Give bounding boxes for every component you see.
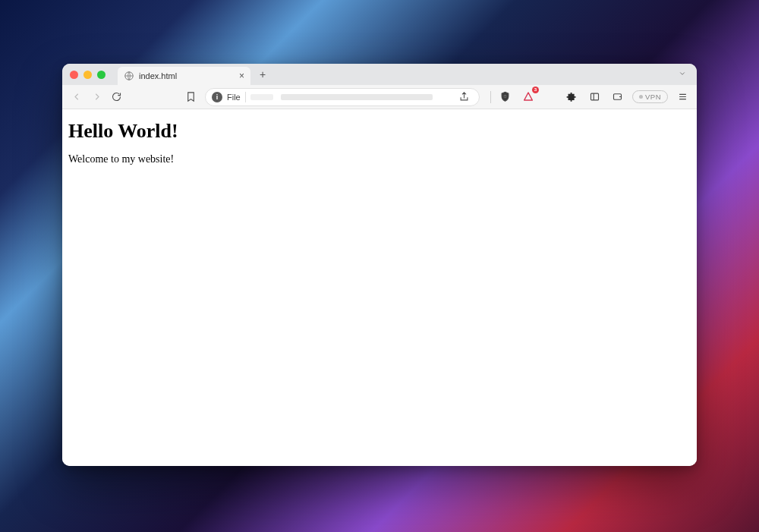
- svg-point-2: [505, 96, 506, 97]
- address-bar[interactable]: i File: [205, 88, 480, 106]
- brave-rewards-icon[interactable]: 3: [520, 89, 537, 105]
- app-menu-button[interactable]: [674, 89, 691, 105]
- rewards-badge: 3: [532, 87, 539, 93]
- browser-tab[interactable]: index.html ×: [118, 67, 250, 85]
- toolbar-divider: [490, 91, 491, 103]
- window-maximize-button[interactable]: [97, 71, 106, 79]
- page-heading: Hello World!: [68, 120, 691, 143]
- window-minimize-button[interactable]: [83, 71, 92, 79]
- url-text-redacted: [250, 94, 273, 100]
- window-close-button[interactable]: [70, 71, 78, 79]
- url-scheme-label: File: [227, 93, 241, 102]
- window-controls: [70, 71, 106, 79]
- brave-shields-icon[interactable]: [497, 89, 514, 105]
- tab-strip: index.html × +: [62, 64, 697, 85]
- browser-window: index.html × + i File: [62, 64, 697, 466]
- vpn-label: VPN: [645, 93, 661, 101]
- tab-close-button[interactable]: ×: [239, 71, 244, 80]
- back-button[interactable]: [68, 89, 85, 105]
- address-divider: [245, 92, 246, 102]
- wallet-button[interactable]: [609, 89, 626, 105]
- tabs-overflow-button[interactable]: [674, 69, 691, 80]
- toolbar-right: 3 VPN: [490, 89, 691, 105]
- share-button[interactable]: [456, 89, 473, 105]
- page-paragraph: Welcome to my website!: [68, 153, 691, 165]
- globe-icon: [124, 71, 134, 81]
- navigation-toolbar: i File 3: [62, 85, 697, 109]
- sidebar-toggle-button[interactable]: [587, 89, 603, 105]
- reload-button[interactable]: [108, 89, 124, 105]
- extensions-button[interactable]: [564, 89, 581, 105]
- vpn-button[interactable]: VPN: [632, 90, 668, 103]
- url-text-redacted: [281, 94, 433, 100]
- svg-rect-3: [591, 93, 599, 100]
- bookmark-button[interactable]: [182, 89, 199, 105]
- site-info-icon[interactable]: i: [212, 92, 222, 102]
- nav-buttons: [68, 89, 124, 105]
- forward-button[interactable]: [88, 89, 105, 105]
- new-tab-button[interactable]: +: [255, 67, 270, 82]
- vpn-status-dot: [639, 95, 643, 99]
- tab-title: index.html: [139, 71, 235, 80]
- page-viewport: Hello World! Welcome to my website!: [62, 109, 697, 466]
